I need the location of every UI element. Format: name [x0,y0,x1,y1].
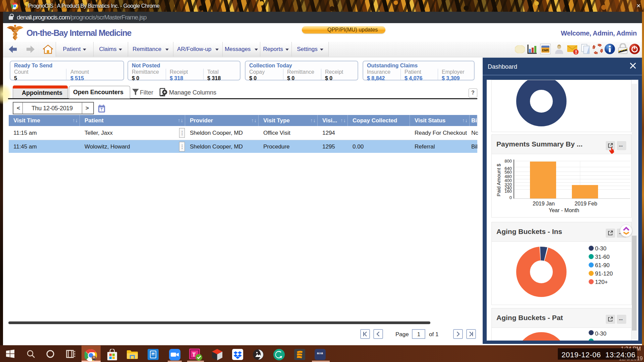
svg-text:T: T [192,352,196,358]
svg-text:EMR: EMR [542,49,549,52]
svg-text:“: “ [320,351,323,358]
svg-text:GB: GB [152,354,155,356]
svg-text:“: “ [317,351,320,358]
